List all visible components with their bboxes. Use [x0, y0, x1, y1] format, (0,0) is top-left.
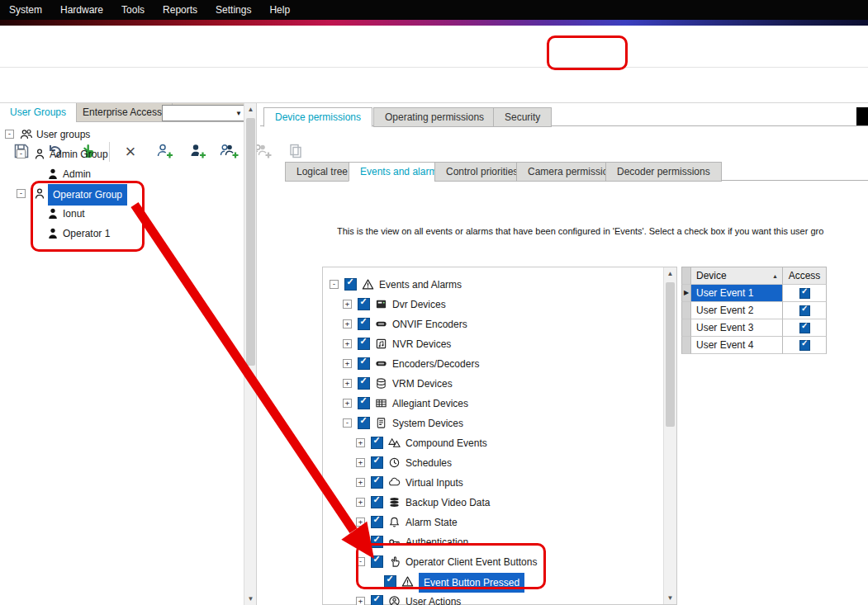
access-checkbox[interactable] — [799, 340, 810, 351]
table-cell-device[interactable]: User Event 4 — [691, 337, 783, 354]
expander[interactable]: + — [343, 379, 352, 388]
checkbox[interactable] — [358, 377, 370, 390]
expander[interactable]: + — [343, 339, 352, 348]
tree-item-onvif-encoders[interactable]: + ONVIF Encoders — [323, 315, 664, 333]
table-cell-access[interactable] — [783, 319, 827, 337]
table-cell-device[interactable]: User Event 2 — [691, 302, 783, 319]
tree-item-user-actions[interactable]: + User Actions — [323, 593, 664, 605]
access-checkbox[interactable] — [799, 305, 810, 316]
menu-item-hardware[interactable]: Hardware — [51, 4, 112, 16]
checkbox[interactable] — [371, 536, 383, 548]
expander[interactable]: + — [343, 300, 352, 309]
column-header-device[interactable]: Device ▲ — [691, 267, 783, 285]
tab-operating-permissions[interactable]: Operating permissions — [373, 107, 496, 127]
tree-item-encoders-decoders[interactable]: + Encoders/Decoders — [323, 355, 664, 373]
left-panel-scrollbar[interactable]: ▲ ▼ — [244, 103, 257, 605]
checkbox[interactable] — [358, 318, 370, 330]
menu-item-system[interactable]: System — [0, 4, 51, 16]
checkbox[interactable] — [371, 555, 383, 568]
menu-item-tools[interactable]: Tools — [112, 4, 154, 16]
events-tree-scrollbar[interactable]: ▲ ▼ — [663, 267, 676, 604]
tree-item-events-and-alarms[interactable]: - Events and Alarms — [323, 276, 664, 294]
row-selector[interactable] — [681, 302, 691, 319]
scrollbar-thumb[interactable] — [666, 282, 675, 427]
checkbox[interactable] — [384, 575, 396, 588]
checkbox[interactable] — [371, 456, 383, 469]
checkbox[interactable] — [358, 338, 370, 350]
tree-item-user-groups-root[interactable]: - User groups — [0, 125, 244, 144]
tree-item-dvr-devices[interactable]: + Dvr Devices — [323, 295, 664, 314]
checkbox[interactable] — [344, 278, 357, 291]
table-cell-access[interactable] — [783, 285, 827, 302]
expander[interactable]: + — [356, 438, 365, 447]
tree-item-operator-client-event-buttons[interactable]: - Operator Client Event Buttons — [323, 553, 664, 571]
row-selector[interactable]: ▶ — [681, 285, 691, 302]
table-cell-device[interactable]: User Event 3 — [691, 319, 783, 337]
tree-item-admin-group[interactable]: - Admin Group — [0, 144, 244, 164]
expander[interactable]: - — [17, 189, 26, 198]
tree-item-allegiant-devices[interactable]: + Allegiant Devices — [323, 395, 664, 413]
expander[interactable]: + — [356, 458, 365, 467]
expander[interactable]: + — [356, 478, 365, 487]
expander[interactable]: + — [356, 597, 365, 605]
access-checkbox[interactable] — [799, 288, 810, 299]
scroll-down-icon[interactable]: ▼ — [664, 592, 676, 604]
menu-item-reports[interactable]: Reports — [154, 4, 206, 16]
tree-item-label: System Devices — [392, 414, 463, 432]
expander[interactable]: - — [5, 130, 14, 139]
menu-item-settings[interactable]: Settings — [206, 4, 260, 16]
tab-device-permissions[interactable]: Device permissions — [263, 107, 372, 127]
tree-item-vrm-devices[interactable]: + VRM Devices — [323, 375, 664, 393]
checkbox[interactable] — [371, 516, 383, 528]
tree-item-system-devices[interactable]: - System Devices — [323, 414, 664, 432]
group-filter-dropdown[interactable]: ▼ — [162, 105, 245, 121]
expander[interactable]: - — [356, 557, 365, 566]
checkbox[interactable] — [371, 437, 383, 449]
tree-item-ionut[interactable]: Ionut — [0, 204, 244, 224]
scrollbar-thumb[interactable] — [246, 118, 255, 366]
tab-user-groups[interactable]: User Groups — [0, 103, 77, 122]
expander[interactable]: + — [343, 319, 352, 328]
checkbox[interactable] — [358, 357, 370, 370]
tab-decoder-permissions[interactable]: Decoder permissions — [605, 162, 722, 182]
expander[interactable]: - — [17, 149, 26, 158]
expander[interactable]: - — [330, 280, 339, 289]
column-header-access[interactable]: Access — [783, 267, 827, 285]
checkbox[interactable] — [371, 595, 383, 605]
tree-item-authentication[interactable]: + Authentication — [323, 533, 664, 551]
tree-item-label: Encoders/Decoders — [392, 355, 479, 373]
tree-item-schedules[interactable]: + Schedules — [323, 454, 664, 472]
expander[interactable]: - — [343, 418, 352, 428]
row-selector[interactable] — [681, 337, 691, 354]
expander[interactable]: + — [343, 359, 352, 368]
tree-item-backup-video-data[interactable]: + Backup Video Data — [323, 494, 664, 512]
expander[interactable]: + — [343, 399, 352, 408]
access-checkbox[interactable] — [799, 323, 810, 333]
scroll-down-icon[interactable]: ▼ — [244, 593, 257, 605]
checkbox[interactable] — [358, 397, 370, 409]
menu-item-help[interactable]: Help — [260, 4, 299, 16]
tree-item-event-button-pressed[interactable]: Event Button Pressed — [323, 573, 664, 591]
tree-item-compound-events[interactable]: + Compound Events — [323, 434, 664, 452]
checkbox[interactable] — [358, 417, 370, 429]
expander[interactable]: + — [356, 498, 365, 507]
tree-item-operator-group[interactable]: - Operator Group — [0, 184, 244, 204]
scroll-up-icon[interactable]: ▲ — [244, 103, 257, 116]
tree-item-alarm-state[interactable]: + Alarm State — [323, 513, 664, 532]
tree-item-nvr-devices[interactable]: + NVR Devices — [323, 335, 664, 353]
tree-item-operator-1[interactable]: Operator 1 — [0, 224, 244, 243]
checkbox[interactable] — [358, 298, 370, 310]
tab-security[interactable]: Security — [493, 107, 552, 127]
tree-item-virtual-inputs[interactable]: + Virtual Inputs — [323, 474, 664, 492]
tab-enterprise-access[interactable]: Enterprise Access — [73, 103, 173, 121]
checkbox[interactable] — [371, 496, 383, 508]
scroll-up-icon[interactable]: ▲ — [664, 267, 676, 280]
checkbox[interactable] — [371, 476, 383, 489]
tree-item-admin[interactable]: Admin — [0, 164, 244, 184]
table-cell-access[interactable] — [783, 302, 827, 319]
expander[interactable]: + — [356, 537, 365, 546]
table-cell-access[interactable] — [783, 337, 827, 354]
expander[interactable]: + — [356, 518, 365, 527]
table-cell-device[interactable]: User Event 1 — [691, 285, 783, 302]
row-selector[interactable] — [681, 319, 691, 337]
